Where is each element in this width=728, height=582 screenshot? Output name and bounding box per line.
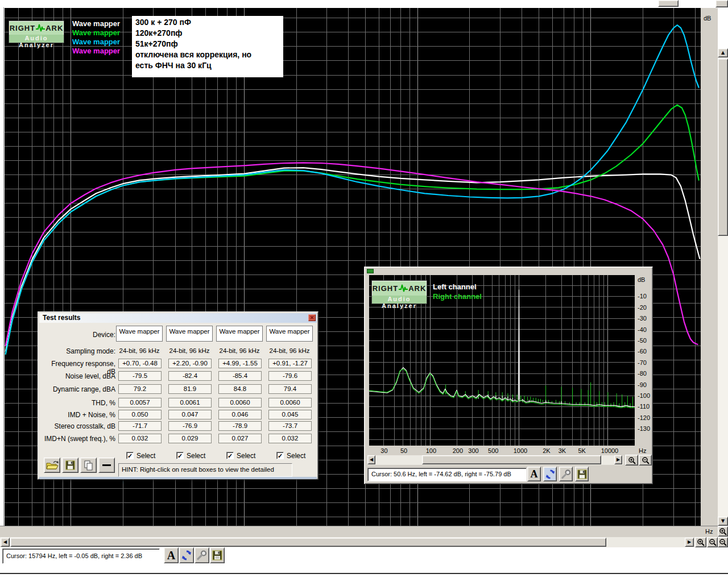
result-value[interactable]: +4.99, -1.55 bbox=[218, 359, 262, 368]
result-value[interactable]: 0.032 bbox=[118, 434, 162, 443]
options-button[interactable] bbox=[559, 467, 573, 481]
device-select[interactable]: Wave mapper bbox=[166, 326, 213, 342]
result-value[interactable]: 81.9 bbox=[168, 384, 212, 394]
open-report-button[interactable] bbox=[44, 458, 60, 473]
result-value[interactable]: -82.4 bbox=[168, 371, 212, 381]
dialog-title-bar[interactable]: Test results bbox=[39, 313, 317, 323]
magnifier-plus-icon bbox=[628, 456, 636, 464]
copy-report-button[interactable] bbox=[80, 458, 97, 473]
curve-legend: Wave mapperWave mapperWave mapperWave ma… bbox=[72, 19, 120, 56]
spectrum-window[interactable]: RIGHT ARK Audio Analyzer Left channel Ri… bbox=[364, 267, 653, 484]
x-tick-label: 5K bbox=[578, 447, 585, 454]
x-tick-label: 10000 bbox=[601, 447, 619, 454]
result-value: 24-bit, 96 kHz bbox=[166, 347, 213, 354]
main-v-scroll-thumb[interactable] bbox=[718, 59, 728, 236]
refresh-button[interactable] bbox=[179, 547, 194, 563]
main-h-scroll-thumb[interactable] bbox=[10, 538, 606, 547]
legend-item: Wave mapper bbox=[72, 19, 120, 28]
spectrum-zoom-in-button[interactable] bbox=[625, 455, 638, 465]
result-value[interactable]: -79.5 bbox=[118, 371, 162, 381]
rmaa-logo: RIGHT ARK Audio Analyzer bbox=[371, 280, 427, 304]
device-select[interactable]: Wave mapper bbox=[116, 326, 163, 342]
select-checkbox[interactable]: ✓ bbox=[176, 452, 184, 459]
save-icon bbox=[212, 550, 223, 561]
result-value[interactable]: -76.9 bbox=[168, 421, 212, 431]
result-value[interactable]: 84.8 bbox=[218, 384, 262, 394]
scroll-left-button[interactable]: ◀ bbox=[1, 538, 10, 547]
save-report-button[interactable] bbox=[62, 458, 78, 473]
scroll-left-button[interactable]: ◀ bbox=[367, 455, 375, 464]
y-tick-label: -90 bbox=[638, 381, 647, 388]
y-tick-label: -110 bbox=[638, 403, 650, 410]
font-icon: A bbox=[167, 549, 175, 562]
select-checkbox[interactable]: ✓ bbox=[276, 452, 284, 459]
main-v-scrollbar[interactable]: ▲ ▼ bbox=[718, 48, 728, 547]
result-value[interactable]: -79.6 bbox=[268, 371, 312, 381]
y-tick-label: -80 bbox=[638, 370, 647, 377]
legend-item: Wave mapper bbox=[72, 47, 120, 56]
v-zoom-in-button[interactable] bbox=[718, 526, 728, 537]
result-value[interactable]: -85.4 bbox=[218, 371, 262, 381]
select-checkbox[interactable]: ✓ bbox=[126, 452, 134, 459]
logo-text-ark: ARK bbox=[46, 24, 63, 32]
dialog-title: Test results bbox=[43, 314, 80, 322]
options-button[interactable] bbox=[195, 547, 209, 563]
h-zoom-in-button[interactable] bbox=[695, 537, 706, 547]
font-button[interactable]: A bbox=[527, 467, 541, 481]
magnifier-minus-icon bbox=[709, 538, 717, 546]
result-value[interactable]: 0.0061 bbox=[168, 398, 212, 408]
result-value[interactable]: 0.050 bbox=[118, 410, 162, 419]
result-value[interactable]: 0.047 bbox=[168, 410, 212, 419]
result-value[interactable]: -78.9 bbox=[218, 421, 262, 431]
result-value[interactable]: 0.0060 bbox=[268, 398, 312, 408]
spectrum-h-scroll-thumb[interactable] bbox=[422, 455, 601, 464]
result-value[interactable]: 0.029 bbox=[168, 434, 212, 443]
logo-subtitle: Audio Analyzer bbox=[372, 296, 427, 304]
select-checkbox[interactable]: ✓ bbox=[226, 452, 234, 459]
v-zoom-out-button[interactable] bbox=[718, 537, 728, 547]
annotation-line: есть ФНЧ на 30 кГц bbox=[135, 60, 280, 71]
result-value[interactable]: 79.4 bbox=[268, 384, 312, 394]
result-value[interactable]: 0.027 bbox=[218, 434, 262, 443]
scroll-down-button[interactable]: ▼ bbox=[718, 517, 728, 526]
save-button[interactable] bbox=[575, 467, 589, 481]
legend-right-channel: Right channel bbox=[433, 292, 482, 301]
result-value: 24-bit, 96 kHz bbox=[216, 347, 263, 354]
refresh-icon bbox=[181, 550, 192, 561]
magnifier-minus-icon bbox=[719, 538, 727, 546]
h-zoom-out-button[interactable] bbox=[707, 537, 718, 547]
spectrum-h-scrollbar[interactable]: ◀ ▶ bbox=[367, 455, 623, 465]
spectrum-zoom-out-button[interactable] bbox=[639, 455, 652, 465]
refresh-button[interactable] bbox=[543, 467, 557, 481]
collapse-button[interactable] bbox=[98, 458, 115, 473]
result-value[interactable]: 0.032 bbox=[268, 434, 312, 443]
result-value[interactable]: +0.70, -0.48 bbox=[118, 359, 162, 368]
result-value[interactable]: 0.0060 bbox=[218, 398, 262, 408]
result-value[interactable]: 0.046 bbox=[218, 410, 262, 419]
save-button[interactable] bbox=[210, 547, 225, 563]
result-value[interactable]: 79.2 bbox=[118, 384, 162, 394]
result-value[interactable]: 0.045 bbox=[268, 410, 312, 419]
close-button[interactable]: ✕ bbox=[308, 314, 316, 321]
result-value[interactable]: -71.7 bbox=[118, 421, 162, 431]
y-tick-label: -20 bbox=[638, 304, 647, 311]
legend-left-channel: Left channel bbox=[433, 282, 477, 292]
save-icon bbox=[577, 469, 588, 480]
scroll-right-button[interactable]: ▶ bbox=[685, 538, 694, 547]
result-value[interactable]: -73.7 bbox=[268, 421, 312, 431]
main-h-scrollbar[interactable]: ◀ ▶ bbox=[0, 537, 718, 547]
test-results-dialog[interactable]: Test results ✕ Device: Wave mapperWave m… bbox=[38, 311, 318, 480]
y-tick-label: -30 bbox=[638, 315, 647, 322]
refresh-icon bbox=[545, 469, 556, 480]
device-select[interactable]: Wave mapper bbox=[216, 326, 263, 342]
magnifier-minus-icon bbox=[642, 456, 650, 464]
device-select[interactable]: Wave mapper bbox=[266, 326, 313, 342]
result-value[interactable]: 0.0057 bbox=[118, 398, 162, 408]
main-x-axis-unit: Hz bbox=[705, 528, 713, 535]
scroll-right-button[interactable]: ▶ bbox=[614, 455, 622, 464]
scroll-up-button[interactable]: ▲ bbox=[718, 48, 728, 57]
result-value[interactable]: +0.91, -1.27 bbox=[268, 359, 312, 368]
font-button[interactable]: A bbox=[164, 547, 179, 563]
result-value[interactable]: +2.20, -0.90 bbox=[168, 359, 212, 368]
rmaa-logo: RIGHT ARK Audio Analyzer bbox=[9, 20, 64, 43]
